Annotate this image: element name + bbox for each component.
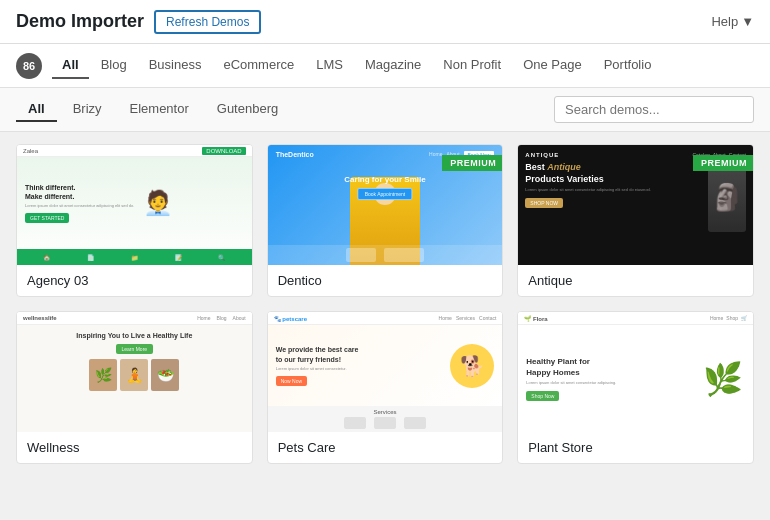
- sub-tab-elementor[interactable]: Elementor: [118, 97, 201, 122]
- demo-card-dentico[interactable]: TheDentico Home About Book Now Caring fo…: [267, 144, 504, 297]
- filter-tab-ecommerce[interactable]: eCommerce: [213, 52, 304, 79]
- category-filter-bar: 86 AllBlogBusinesseCommerceLMSMagazineNo…: [0, 44, 770, 88]
- filter-tab-blog[interactable]: Blog: [91, 52, 137, 79]
- filter-tab-one-page[interactable]: One Page: [513, 52, 592, 79]
- search-input[interactable]: [554, 96, 754, 123]
- top-bar-left: Demo Importer Refresh Demos: [16, 10, 261, 34]
- demo-thumb-agency-03: ZaleaDOWNLOAD Think different.Make diffe…: [17, 145, 252, 265]
- help-label: Help: [711, 14, 738, 29]
- top-bar: Demo Importer Refresh Demos Help ▼: [0, 0, 770, 44]
- demo-thumb-pets: 🐾 petscare Home Services Contact We prov…: [268, 312, 503, 432]
- premium-badge: PREMIUM: [693, 155, 753, 171]
- sub-tab-brizy[interactable]: Brizy: [61, 97, 114, 122]
- demo-card-plant[interactable]: 🌱 Flora Home Shop 🛒 Healthy Plant forHap…: [517, 311, 754, 464]
- demo-card-agency-03[interactable]: ZaleaDOWNLOAD Think different.Make diffe…: [16, 144, 253, 297]
- filter-tab-magazine[interactable]: Magazine: [355, 52, 431, 79]
- demo-thumb-antique: ANTIQUE Catalog About Contact Best Antiq…: [518, 145, 753, 265]
- premium-badge: PREMIUM: [442, 155, 502, 171]
- demo-label-agency-03: Agency 03: [17, 265, 252, 296]
- demo-grid: ZaleaDOWNLOAD Think different.Make diffe…: [16, 144, 754, 464]
- sub-tabs: AllBrizyElementorGutenberg: [16, 97, 290, 122]
- sub-tab-all[interactable]: All: [16, 97, 57, 122]
- demo-grid-wrapper: ZaleaDOWNLOAD Think different.Make diffe…: [0, 132, 770, 520]
- filter-tab-all[interactable]: All: [52, 52, 89, 79]
- filter-tab-business[interactable]: Business: [139, 52, 212, 79]
- demo-label-wellness: Wellness: [17, 432, 252, 463]
- demo-card-pets[interactable]: 🐾 petscare Home Services Contact We prov…: [267, 311, 504, 464]
- demo-label-dentico: Dentico: [268, 265, 503, 296]
- help-button[interactable]: Help ▼: [711, 14, 754, 29]
- page-title: Demo Importer: [16, 11, 144, 32]
- filter-tab-non-profit[interactable]: Non Profit: [433, 52, 511, 79]
- demo-thumb-wellness: wellnesslife Home Blog About Inspiring Y…: [17, 312, 252, 432]
- refresh-demos-button[interactable]: Refresh Demos: [154, 10, 261, 34]
- help-chevron-icon: ▼: [741, 14, 754, 29]
- demo-label-pets: Pets Care: [268, 432, 503, 463]
- filter-tab-portfolio[interactable]: Portfolio: [594, 52, 662, 79]
- demo-count-badge: 86: [16, 53, 42, 79]
- demo-label-plant: Plant Store: [518, 432, 753, 463]
- demo-card-wellness[interactable]: wellnesslife Home Blog About Inspiring Y…: [16, 311, 253, 464]
- demo-thumb-plant: 🌱 Flora Home Shop 🛒 Healthy Plant forHap…: [518, 312, 753, 432]
- demo-thumb-dentico: TheDentico Home About Book Now Caring fo…: [268, 145, 503, 265]
- filter-tab-lms[interactable]: LMS: [306, 52, 353, 79]
- demo-label-antique: Antique: [518, 265, 753, 296]
- demo-card-antique[interactable]: ANTIQUE Catalog About Contact Best Antiq…: [517, 144, 754, 297]
- sub-filter-bar: AllBrizyElementorGutenberg: [0, 88, 770, 132]
- sub-tab-gutenberg[interactable]: Gutenberg: [205, 97, 290, 122]
- filter-tabs: AllBlogBusinesseCommerceLMSMagazineNon P…: [52, 52, 661, 79]
